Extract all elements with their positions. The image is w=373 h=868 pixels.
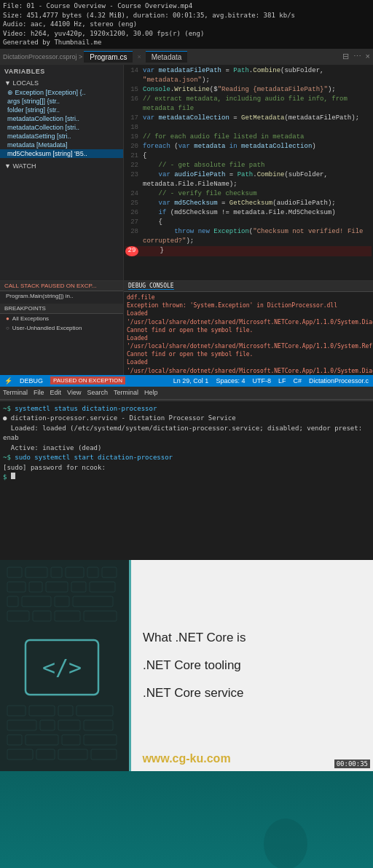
sidebar-item-meta2: metadataCollection [stri.. — [0, 123, 123, 132]
breadcrumb: DictationProcessor.csproj > — [3, 53, 82, 60]
terminal-menu-item-terminal[interactable]: Terminal — [3, 389, 28, 396]
terminal-line-2: ● dictation-processor.service - Dictatio… — [3, 414, 370, 424]
sidebar-panel: VARIABLES ▼ LOCALS ⊕ Exception [Exceptio… — [0, 65, 124, 280]
video-timer-1: 00:00:35 — [334, 760, 370, 768]
spaces: Spaces: 4 — [216, 377, 245, 384]
terminal-menu-item-help[interactable]: Help — [144, 389, 158, 396]
locals-section: ▼ LOCALS — [0, 78, 123, 88]
debug-panels: CALL STACK PAUSED ON EXCP... Program.Mai… — [0, 280, 373, 375]
terminal-menu-item-terminal2[interactable]: Terminal — [114, 389, 138, 396]
info-line-3: Audio: aac, 44100 Hz, stereo (eng) — [3, 20, 370, 29]
debug-line-load2: Loaded '/usr/local/share/dotnet/shared/M… — [127, 334, 370, 359]
terminal-line-6: [sudo] password for ncook: — [3, 463, 370, 473]
info-line-1: File: 01 - Course Overview - Course Over… — [3, 1, 370, 11]
debug-label: DEBUG — [20, 377, 43, 384]
encoding: UTF-8 — [252, 377, 271, 384]
debug-console-content: ddf.file Exception thrown: 'System.Excep… — [124, 292, 373, 375]
terminal-menu-bar: Terminal File Edit View Search Terminal … — [0, 387, 373, 400]
course-item-2: .NET Core tooling — [143, 658, 361, 673]
terminal-line-1: ~$ systemctl status dictation-processor — [3, 404, 370, 414]
tab-metadata[interactable]: Metadata — [146, 51, 188, 63]
sidebar-item-metasetting: metadataSetting [stri.. — [0, 132, 123, 141]
sidebar-item-metadata: metadata [Metadata] — [0, 141, 123, 149]
all-exceptions-item: ● All Exceptions — [0, 314, 123, 323]
pause-status: PAUSED ON EXCEPTION — [50, 376, 125, 384]
info-bar: File: 01 - Course Overview - Course Over… — [0, 0, 373, 49]
pattern-svg: </> — [0, 560, 124, 771]
course-bg-illustration: </> — [0, 560, 124, 771]
course-items-panel: What .NET Core is .NET Core tooling .NET… — [131, 560, 373, 771]
sidebar-item-exception: ⊕ Exception [Exception] {.. — [0, 88, 123, 97]
terminal-line-4: Active: inactive (dead) — [3, 443, 370, 454]
variables-header: VARIABLES — [0, 65, 123, 78]
sidebar-item-md5: md5Checksum [string] 'B5.. — [0, 149, 123, 158]
terminal-container: Terminal File Edit View Search Terminal … — [0, 387, 373, 560]
sidebar-item-args: args [string[]] {str.. — [0, 97, 123, 106]
split-editor-icon[interactable]: ⊟ — [342, 52, 349, 61]
debug-console-panel: DEBUG CONSOLE ddf.file Exception thrown:… — [124, 281, 373, 375]
course-item-1: What .NET Core is — [143, 631, 361, 645]
sidebar-item-meta1: metadataCollection [stri.. — [0, 114, 123, 123]
terminal-line-5: ~$ sudo systemctl start dictation-proces… — [3, 453, 370, 463]
terminal-menu-item-edit[interactable]: Edit — [50, 389, 62, 396]
left-debug-panel: CALL STACK PAUSED ON EXCP... Program.Mai… — [0, 281, 124, 375]
terminal-output: ~$ systemctl status dictation-processor … — [0, 400, 373, 560]
terminal-line-3: Loaded: loaded (/etc/systemd/system/dict… — [3, 424, 370, 443]
course-item-3: .NET Core service — [143, 686, 361, 701]
debug-console-header: DEBUG CONSOLE — [124, 281, 373, 292]
status-bar: ⚡ DEBUG PAUSED ON EXCEPTION Ln 29, Col 1… — [0, 375, 373, 387]
code-editor: 14var metadataFilePath = Path.Combine(su… — [124, 65, 373, 280]
terminal-line-7: $ — [3, 473, 370, 483]
location: Ln 29, Col 1 — [173, 377, 209, 384]
tab-program-cs[interactable]: Program.cs — [84, 51, 133, 63]
language: C# — [293, 377, 302, 384]
terminal-menu-item-view[interactable]: View — [67, 389, 81, 396]
debug-console-tab[interactable]: DEBUG CONSOLE — [128, 283, 174, 290]
user-unhandled-exception-item: ○ User-Unhandled Exception — [0, 323, 123, 333]
tab-bar: DictationProcessor.csproj > Program.cs ×… — [0, 49, 373, 65]
course-overview-section: </> What .NET Core is .NET Core tooling … — [0, 560, 373, 771]
person-silhouette-graphic — [220, 815, 351, 868]
terminal-menu-item-file[interactable]: File — [34, 389, 44, 396]
terminal-menu-item-search[interactable]: Search — [87, 389, 108, 396]
svg-text:</>: </> — [42, 655, 82, 680]
editor-body: VARIABLES ▼ LOCALS ⊕ Exception [Exceptio… — [0, 65, 373, 280]
debug-line-exception: Exception thrown: 'System.Exception' in … — [127, 301, 370, 309]
call-stack-header: CALL STACK PAUSED ON EXCP... — [0, 281, 123, 291]
course-real-world-section: You'll create a real world .NET Core app… — [0, 771, 373, 868]
close-editor-icon[interactable]: × — [366, 52, 370, 61]
sidebar-item-folder: folder [string] {str.. — [0, 106, 123, 114]
svg-point-38 — [264, 818, 307, 868]
debug-line-file: ddf.file — [127, 293, 370, 301]
watch-section: ▼ WATCH — [0, 161, 123, 171]
filename: DictationProcessor.c — [309, 377, 369, 384]
info-line-2: Size: 451,4777 bytes (4.32 MiB), duratio… — [3, 11, 370, 20]
debug-line-load3: Loaded '/usr/local/share/dotnet/shared/M… — [127, 358, 370, 375]
debug-status: ⚡ — [4, 377, 12, 384]
vscode-editor: DictationProcessor.csproj > Program.cs ×… — [0, 49, 373, 280]
info-line-4: Video: h264, yuv420p, 1920x1200, 30.00 f… — [3, 29, 370, 39]
call-stack-item: Program.Main(string[]) in.. — [0, 291, 123, 301]
watermark: www.cg-ku.com — [142, 752, 230, 765]
line-ending: LF — [278, 377, 286, 384]
info-line-5: Generated by Thumbnail.me — [3, 38, 370, 47]
debug-line-load1: Loaded '/usr/local/share/dotnet/shared/M… — [127, 309, 370, 334]
more-actions-icon[interactable]: ⋯ — [353, 52, 361, 61]
breakpoints-header: BREAKPOINTS — [0, 304, 123, 314]
